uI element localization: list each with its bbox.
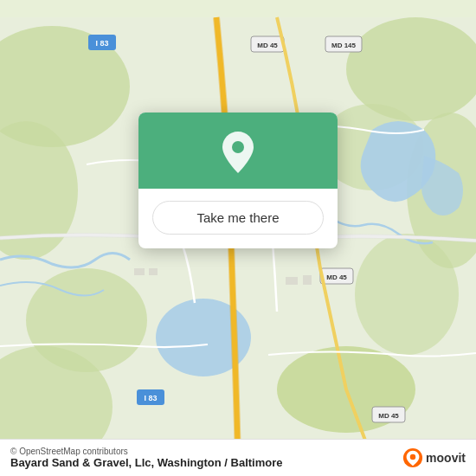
svg-rect-24 xyxy=(149,268,158,275)
location-pin-icon xyxy=(217,132,259,173)
svg-text:I 83: I 83 xyxy=(144,394,157,402)
svg-text:I 83: I 83 xyxy=(95,39,108,48)
moovit-logo: moovit xyxy=(402,447,466,468)
moovit-text-label: moovit xyxy=(426,451,466,465)
moovit-branding: moovit xyxy=(402,447,466,468)
svg-point-29 xyxy=(410,454,415,460)
svg-point-27 xyxy=(232,141,244,153)
footer-info: © OpenStreetMap contributors Bayard Sand… xyxy=(10,447,282,469)
svg-point-8 xyxy=(355,234,459,355)
card-green-header xyxy=(138,113,338,189)
svg-rect-25 xyxy=(286,277,298,285)
svg-rect-23 xyxy=(134,268,145,275)
place-title: Bayard Sand & Gravel, Llc, Washington / … xyxy=(10,456,282,469)
footer-bar: © OpenStreetMap contributors Bayard Sand… xyxy=(0,439,476,476)
svg-text:MD 45: MD 45 xyxy=(257,42,278,49)
svg-text:MD 45: MD 45 xyxy=(326,273,347,281)
svg-rect-26 xyxy=(303,275,312,285)
take-me-there-button[interactable]: Take me there xyxy=(152,201,324,235)
svg-text:MD 45: MD 45 xyxy=(378,412,399,420)
moovit-icon xyxy=(402,447,423,468)
osm-attribution: © OpenStreetMap contributors xyxy=(10,447,282,456)
map-container: I 83 I 83 MD 45 MD 145 MD 45 MD 45 xyxy=(0,0,476,476)
location-card: Take me there xyxy=(138,113,338,248)
svg-text:MD 145: MD 145 xyxy=(331,42,357,49)
